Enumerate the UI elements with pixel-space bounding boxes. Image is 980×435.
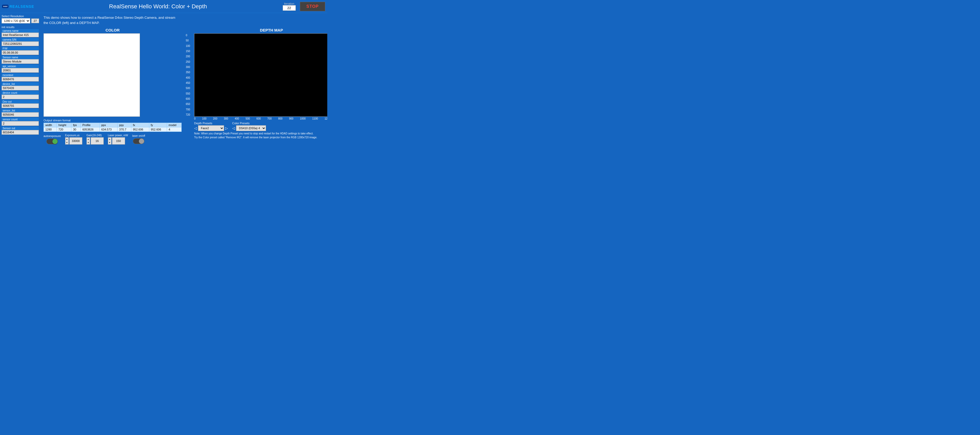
x-800: 800 (278, 117, 283, 120)
app-title: RealSense Hello World: Color + Depth (33, 3, 283, 10)
y-0: 0 (186, 34, 193, 37)
resolution-count[interactable] (31, 19, 39, 23)
camera-name-label: camera name (2, 29, 39, 33)
description-line1: This demo shows how to connect a RealSen… (43, 16, 175, 19)
laser-power-value: 150 (112, 137, 125, 144)
device-count-label: device count (2, 91, 39, 95)
x-500: 500 (245, 117, 250, 120)
rscontext-value: 6068476 (2, 77, 39, 81)
device-list-field: device_list 5970439 (2, 82, 39, 90)
camera-sn-label: camera S/N (2, 38, 39, 41)
val-fx: 952.606 (131, 127, 149, 132)
exposure-input-row: ▲ ▼ 33000 (65, 137, 82, 144)
left-panel: Select Resolution 1280 x 720 @30fps init… (0, 13, 40, 435)
color-preset-prev-icon[interactable]: ◁ (232, 126, 235, 130)
gain-up-arrow[interactable]: ▲ (87, 138, 89, 140)
rscontext-field: rscontext 6068476 (2, 73, 39, 81)
x-0: 0 (194, 117, 196, 120)
api-version-field: api_version 20801 (2, 65, 39, 73)
device-list-value: 5970439 (2, 86, 39, 90)
sensor-out-value: 6016404 (2, 130, 39, 135)
x-400: 400 (235, 117, 239, 120)
gain-spinner[interactable]: ▲ ▼ (86, 137, 90, 144)
y-400: 400 (186, 76, 193, 79)
realsense-text: REALSENSE (10, 5, 34, 9)
depth-preset-label: Depth Presets (194, 122, 228, 125)
y-50: 50 (186, 39, 193, 42)
x-1100: 1100 (312, 117, 318, 120)
y-300: 300 (186, 66, 193, 68)
stream-table-data-row: 1280 720 30 6053826 634.573 370.7 952.60… (44, 127, 181, 132)
col-ppx: ppx (100, 123, 118, 127)
laser-toggle[interactable] (133, 138, 144, 144)
rscontext-label: rscontext (2, 73, 39, 77)
exposure-value: 33000 (69, 137, 82, 144)
color-section: COLOR Output stream format width height … (43, 28, 181, 433)
depth-viewport-row: 6.0 3.7 1.8 1.0 0.55 0.06 -0.13 -0.089 -… (194, 33, 327, 117)
y-150: 150 (186, 50, 193, 52)
laser-power-field: Laser power, mW ▲ ▼ 150 (108, 134, 128, 144)
col-fy: fy (149, 123, 167, 127)
y-100: 100 (186, 44, 193, 48)
gain-label: Gain(16-248) (86, 134, 102, 137)
laser-power-spinner[interactable]: ▲ ▼ (108, 137, 111, 144)
exposure-down-arrow[interactable]: ▼ (66, 142, 68, 144)
depth-preset-select[interactable]: Face2 (198, 125, 224, 131)
exposure-spinner[interactable]: ▲ ▼ (65, 137, 69, 144)
resolution-select[interactable]: 1280 x 720 @30fps (2, 18, 30, 24)
x-200: 200 (213, 117, 217, 120)
depth-section: DEPTH MAP 0 50 100 150 200 250 300 350 4… (186, 28, 327, 433)
color-preset-select[interactable]: DS410 (DS5a) 4 (236, 125, 266, 131)
sensor-count-field: sensor count 2 (2, 118, 39, 126)
exposure-field: Exposure,us ▲ ▼ 33000 (65, 134, 82, 144)
header: intel REALSENSE RealSense Hello World: C… (0, 0, 327, 13)
autoexposure-toggle[interactable] (46, 138, 58, 144)
laser-up-arrow[interactable]: ▲ (109, 138, 111, 140)
camera-name-field: camera name Intel RealSense 415 (2, 29, 39, 37)
val-fps: 30 (72, 127, 81, 132)
col-fps: fps (72, 123, 81, 127)
camera-sn-field: camera S/N 725112060291 (2, 38, 39, 46)
y-450: 450 (186, 81, 193, 84)
cameras-row: COLOR Output stream format width height … (43, 28, 327, 433)
autoexposure-section: autoexposure (43, 134, 61, 144)
laser-knob (139, 138, 144, 144)
val-fy: 952.606 (149, 127, 167, 132)
y-550: 550 (186, 92, 193, 95)
gain-down-arrow[interactable]: ▼ (87, 142, 89, 144)
output-stream-label: Output stream format (43, 119, 181, 122)
col-model: model (167, 123, 181, 127)
y-650: 650 (186, 103, 193, 105)
laser-onoff-label: laser on/off (132, 134, 145, 137)
sensor-name-value: Stereo Module (2, 59, 39, 64)
y-700: 700 (186, 108, 193, 111)
camera-sn-value: 725112060291 (2, 41, 39, 46)
resolution-row: 1280 x 720 @30fps (2, 18, 39, 24)
depth-preset-next-icon[interactable]: ▷ (225, 126, 228, 130)
output-stream-section: Output stream format width height fps Pr… (43, 119, 181, 132)
col-ppy: ppy (118, 123, 131, 127)
sensor-out-field: Sensor out 6016404 (2, 127, 39, 135)
exposure-label: Exposure,us (65, 134, 80, 137)
depth-preset-prev-icon[interactable]: ◁ (194, 126, 197, 130)
col-height: height (57, 123, 72, 127)
y-600: 600 (186, 97, 193, 100)
val-height: 720 (57, 127, 72, 132)
presets-section: Depth Presets ◁ Face2 ▷ Co (194, 122, 327, 131)
col-width: width (44, 123, 57, 127)
stream-table: width height fps Profile ppx ppy fx fy m… (43, 123, 181, 132)
api-version-label: api_version (2, 65, 39, 68)
device-count-field: device count 2 (2, 91, 39, 99)
laser-power-input-row: ▲ ▼ 150 (108, 137, 125, 144)
stop-button[interactable]: STOP (300, 2, 325, 11)
exposure-up-arrow[interactable]: ▲ (66, 138, 68, 140)
val-ppy: 370.7 (118, 127, 131, 132)
laser-down-arrow[interactable]: ▼ (109, 142, 111, 144)
description-text: This demo shows how to connect a RealSen… (43, 15, 327, 25)
val-model: 4 (167, 127, 181, 132)
intel-logo: intel (2, 5, 8, 8)
sensor-list-label: sensor_list (2, 109, 39, 112)
sensor-list-value: 6056046 (2, 112, 39, 117)
col-fx: fx (131, 123, 149, 127)
y-250: 250 (186, 60, 193, 63)
